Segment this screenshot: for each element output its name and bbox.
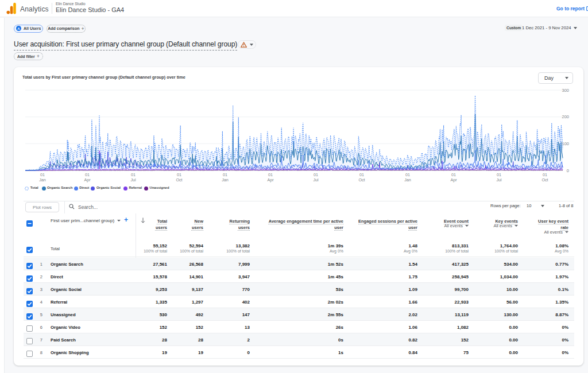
svg-text:Apr: Apr [267,177,274,182]
svg-text:01: 01 [405,172,410,177]
svg-text:Apr: Apr [450,177,457,182]
svg-text:01: 01 [497,172,501,177]
svg-text:Jan: Jan [39,177,46,182]
svg-text:01: 01 [177,172,181,177]
svg-text:Oct: Oct [541,177,548,182]
svg-text:Jul: Jul [130,177,136,182]
svg-text:Jul: Jul [496,177,502,182]
svg-text:01: 01 [85,172,90,177]
svg-text:0: 0 [567,168,569,173]
svg-text:Oct: Oct [176,177,182,182]
svg-text:01: 01 [268,172,273,177]
svg-text:Jul: Jul [313,177,319,182]
svg-text:Jan: Jan [404,177,411,182]
svg-text:01: 01 [543,172,547,177]
svg-text:01: 01 [131,172,136,177]
svg-text:01: 01 [40,172,45,177]
svg-text:200: 200 [562,114,569,119]
svg-text:Oct: Oct [358,177,365,182]
svg-text:300: 300 [562,88,569,93]
svg-text:01: 01 [451,172,456,177]
svg-text:Apr: Apr [84,177,91,182]
svg-text:01: 01 [359,172,364,177]
svg-text:100: 100 [562,141,569,146]
svg-text:Jan: Jan [222,177,229,182]
svg-text:01: 01 [223,172,227,177]
svg-text:01: 01 [314,172,318,177]
